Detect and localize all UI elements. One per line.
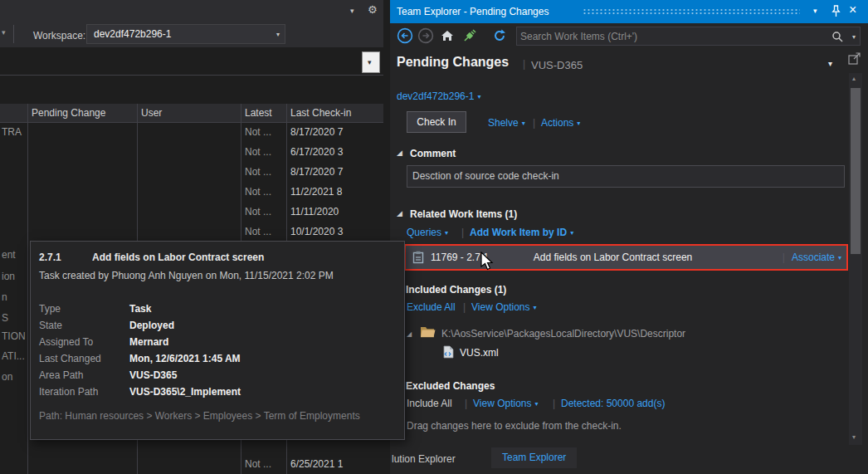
field-label: Type bbox=[39, 303, 61, 315]
home-button[interactable] bbox=[441, 30, 454, 44]
queries-label: Queries bbox=[407, 227, 441, 238]
actions-link[interactable]: Actions▾ bbox=[541, 117, 580, 129]
grid-header-row: Pending Change User Latest Last Check-in bbox=[0, 104, 383, 123]
grid-row[interactable]: Not ... 6/25/2021 1 bbox=[0, 458, 383, 474]
drag-hint-text: Drag changes here to exclude from the ch… bbox=[407, 420, 622, 432]
refresh-button[interactable] bbox=[493, 29, 506, 45]
team-explorer-titlebar[interactable]: Team Explorer - Pending Changes ▾ × bbox=[390, 0, 868, 23]
chevron-down-icon: ▾ bbox=[838, 254, 841, 261]
field-label: Area Path bbox=[39, 369, 83, 381]
workspace-link[interactable]: dev2df472b296-1▾ bbox=[397, 90, 480, 102]
separator: | bbox=[465, 398, 467, 409]
mouse-cursor bbox=[480, 252, 496, 271]
column-header-pending-change[interactable]: Pending Change bbox=[32, 107, 105, 119]
folder-expander-icon[interactable]: ◢ bbox=[407, 330, 412, 338]
edge-label: ion bbox=[2, 271, 15, 282]
pane-gear-icon[interactable]: ⚙ bbox=[368, 3, 378, 16]
included-file-name[interactable]: VUS.xml bbox=[460, 347, 499, 359]
associate-link[interactable]: Associate▾ bbox=[792, 252, 841, 263]
separator: | bbox=[463, 301, 466, 313]
row-last-checkin: 6/17/2020 3 bbox=[290, 146, 343, 158]
row-latest: Not ... bbox=[245, 226, 271, 237]
row-last-checkin: 8/17/2020 7 bbox=[290, 126, 343, 138]
pane-options-chevron-icon[interactable]: ▾ bbox=[350, 7, 354, 15]
detected-adds-link[interactable]: Detected: 50000 add(s) bbox=[561, 398, 665, 409]
view-options-label: View Options bbox=[473, 398, 531, 409]
workspace-combobox-chevron-icon: ▾ bbox=[276, 31, 280, 38]
titlebar-grip[interactable] bbox=[583, 8, 800, 15]
field-value: Mon, 12/6/2021 1:45 AM bbox=[129, 353, 241, 364]
grid-row[interactable]: Not ... 8/17/2020 7 bbox=[0, 166, 383, 186]
field-label: Last Changed bbox=[39, 353, 101, 364]
comment-section-title: Comment bbox=[410, 148, 456, 159]
include-all-link[interactable]: Include All bbox=[407, 398, 452, 409]
grid-row[interactable]: Not ... 11/2/2021 8 bbox=[0, 186, 383, 206]
left-toolbar: ▾ Workspace: dev2df472b296-1 ▾ ▾ ⚙ bbox=[0, 0, 383, 47]
column-filter-dropdown[interactable]: ▾ bbox=[362, 51, 380, 73]
grid-row[interactable]: Not ... 11/11/2020 bbox=[0, 206, 383, 226]
search-icon[interactable] bbox=[831, 31, 843, 45]
close-icon[interactable]: × bbox=[849, 2, 856, 17]
work-item-search[interactable]: ▾ bbox=[516, 27, 861, 46]
row-last-checkin: 11/2/2021 8 bbox=[290, 186, 343, 198]
row-edge-text: TRA bbox=[2, 126, 22, 138]
row-latest: Not ... bbox=[245, 146, 271, 158]
scrollbar-thumb[interactable] bbox=[851, 88, 861, 254]
exclude-all-link[interactable]: Exclude All bbox=[407, 301, 456, 313]
plug-icon bbox=[463, 29, 476, 42]
queries-link[interactable]: Queries▾ bbox=[407, 227, 448, 238]
separator: | bbox=[461, 227, 464, 238]
edge-label: on bbox=[2, 371, 12, 383]
back-button[interactable] bbox=[397, 27, 413, 46]
add-work-item-by-id-link[interactable]: Add Work Item by ID▾ bbox=[470, 227, 573, 238]
related-work-item-row[interactable]: 11769 - 2.7.1 Add fields on Labor Contra… bbox=[404, 244, 848, 271]
back-icon bbox=[397, 27, 413, 44]
associate-label: Associate bbox=[792, 252, 835, 263]
search-chevron-icon[interactable]: ▾ bbox=[852, 33, 856, 41]
toolbar-overflow-chevron-icon[interactable]: ▾ bbox=[2, 28, 6, 37]
row-last-checkin: 6/25/2021 1 bbox=[290, 458, 343, 470]
edge-label: ent bbox=[2, 249, 16, 261]
scrollbar-down-icon[interactable]: ▾ bbox=[852, 433, 856, 441]
row-last-checkin: 10/1/2020 3 bbox=[290, 226, 343, 237]
forward-icon bbox=[417, 27, 434, 44]
scrollbar-up-icon[interactable]: ▴ bbox=[852, 75, 856, 82]
comment-input[interactable] bbox=[412, 168, 836, 184]
comment-box[interactable] bbox=[407, 165, 845, 188]
shelve-link[interactable]: Shelve▾ bbox=[488, 117, 525, 129]
row-latest: Not ... bbox=[245, 186, 271, 198]
chevron-down-icon: ▾ bbox=[522, 120, 525, 127]
included-folder-path[interactable]: K:\AosService\PackagesLocalDirectory\VUS… bbox=[441, 328, 685, 340]
work-item-title: Add fields on Labor Contract screen bbox=[534, 252, 692, 263]
grid-row[interactable]: TRA Not ... 8/17/2020 7 bbox=[0, 126, 383, 146]
edge-label: S bbox=[2, 312, 8, 324]
home-icon bbox=[441, 30, 454, 42]
tooltip-title: Add fields on Labor Contract screen bbox=[92, 252, 264, 263]
view-options-link-excluded[interactable]: View Options▾ bbox=[473, 398, 539, 409]
forward-button[interactable] bbox=[417, 27, 434, 46]
connect-plug-button[interactable] bbox=[463, 29, 476, 45]
grid-row[interactable]: Not ... 6/17/2020 3 bbox=[0, 146, 383, 166]
workspace-link-label: dev2df472b296-1 bbox=[397, 90, 474, 102]
comment-expander-icon[interactable]: ◢ bbox=[397, 149, 402, 157]
pin-icon[interactable] bbox=[831, 5, 841, 20]
page-context: VUS-D365 bbox=[531, 59, 583, 71]
window-position-chevron-icon[interactable]: ▾ bbox=[813, 7, 817, 15]
refresh-icon bbox=[493, 29, 506, 42]
excluded-section-title: Excluded Changes bbox=[406, 380, 495, 392]
check-in-button[interactable]: Check In bbox=[407, 111, 466, 133]
vertical-scrollbar[interactable]: ▴ ▾ bbox=[849, 73, 862, 445]
separator: | bbox=[553, 398, 555, 409]
page-chevron-icon[interactable]: ▾ bbox=[828, 59, 832, 68]
search-input[interactable] bbox=[520, 28, 819, 44]
tab-solution-explorer[interactable]: lution Explorer bbox=[392, 453, 456, 465]
related-expander-icon[interactable]: ◢ bbox=[397, 210, 402, 217]
field-value: VUS-D365 bbox=[129, 369, 177, 381]
view-options-link[interactable]: View Options▾ bbox=[471, 301, 537, 313]
workspace-combobox[interactable]: dev2df472b296-1 ▾ bbox=[86, 24, 285, 44]
promote-window-icon[interactable] bbox=[848, 51, 861, 67]
column-header-latest[interactable]: Latest bbox=[245, 107, 272, 119]
column-header-last-checkin[interactable]: Last Check-in bbox=[290, 107, 351, 119]
tab-team-explorer[interactable]: Team Explorer bbox=[491, 447, 577, 468]
column-header-user[interactable]: User bbox=[141, 107, 162, 119]
